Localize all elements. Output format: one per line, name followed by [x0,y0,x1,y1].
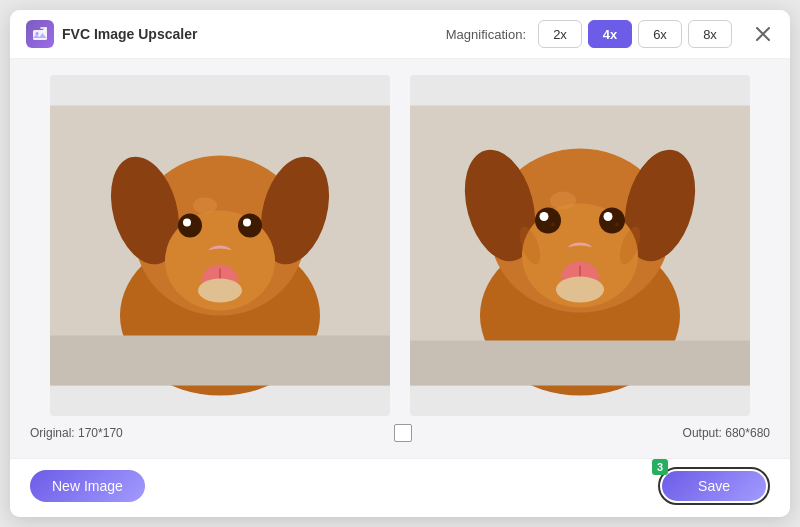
svg-point-9 [238,214,262,238]
svg-point-16 [198,279,242,303]
output-image-panel [410,75,750,416]
new-image-button[interactable]: New Image [30,470,145,502]
app-window: FVC Image Upscaler Magnification: 2x 4x … [10,10,790,517]
save-wrapper: Save [658,467,770,505]
svg-point-17 [193,198,217,214]
svg-point-36 [556,277,604,303]
mag-button-8x[interactable]: 8x [688,20,732,48]
mag-button-4x[interactable]: 4x [588,20,632,48]
output-size-label: Output: 680*680 [683,426,770,440]
save-button[interactable]: Save [662,471,766,501]
images-row [30,75,770,416]
magnification-label: Magnification: [446,27,526,42]
original-size-label: Original: 170*170 [30,426,123,440]
svg-point-11 [243,219,251,227]
svg-point-28 [604,212,613,221]
svg-point-8 [178,214,202,238]
close-button[interactable] [752,23,774,45]
app-logo [26,20,54,48]
footer: New Image 3 Save [10,458,790,517]
output-image [410,75,750,416]
save-badge: 3 [652,459,668,475]
save-area: 3 Save [658,467,770,505]
svg-rect-0 [33,30,47,40]
mag-button-2x[interactable]: 2x [538,20,582,48]
app-title: FVC Image Upscaler [62,26,197,42]
svg-point-30 [615,223,619,227]
svg-point-37 [550,192,576,210]
magnification-buttons: 2x 4x 6x 8x [538,20,732,48]
svg-point-29 [551,223,555,227]
svg-rect-18 [50,336,390,386]
svg-point-25 [535,208,561,234]
titlebar: FVC Image Upscaler Magnification: 2x 4x … [10,10,790,59]
svg-point-10 [183,219,191,227]
content-area: Original: 170*170 Output: 680*680 [10,59,790,458]
original-image [50,75,390,416]
svg-point-1 [36,32,39,35]
mag-button-6x[interactable]: 6x [638,20,682,48]
original-image-panel [50,75,390,416]
center-resize-icon [394,424,412,442]
svg-point-26 [599,208,625,234]
info-bar: Original: 170*170 Output: 680*680 [30,416,770,448]
svg-rect-40 [410,341,750,386]
svg-point-27 [540,212,549,221]
